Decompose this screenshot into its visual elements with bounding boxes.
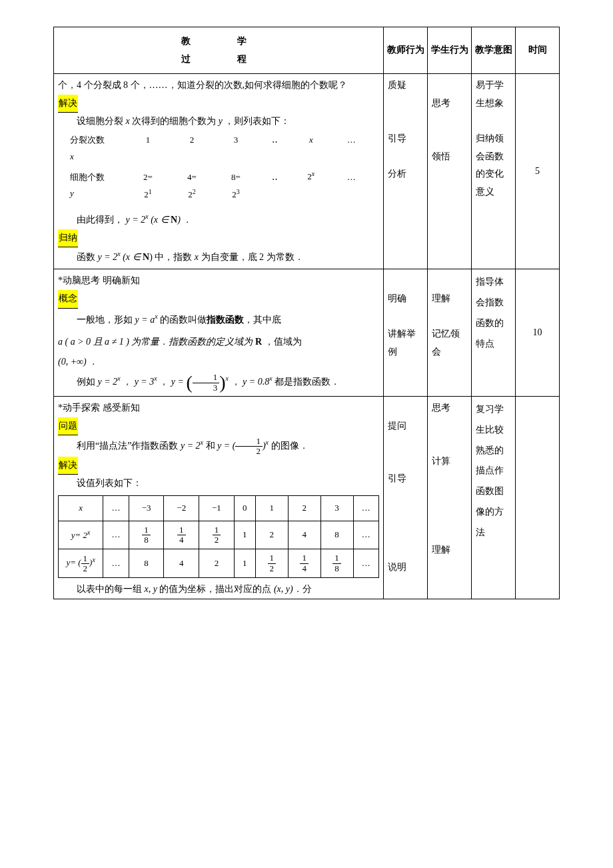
header-teacher: 教师行为	[384, 27, 428, 74]
header-time: 时间	[516, 27, 560, 74]
paragraph: 以表中的每一组 x, y 的值为坐标，描出对应的点 (x, y)．分	[58, 581, 379, 599]
header-row: 教 学 过 程 教师行为 学生行为 教学意图 时间	[54, 27, 560, 74]
process-cell-3: *动手探索 感受新知 问题 利用“描点法”作指数函数 y = 2x 和 y = …	[54, 397, 384, 599]
paragraph: 设细胞分裂 x 次得到的细胞个数为 y ，则列表如下：	[58, 113, 379, 131]
teacher-cell-1: 质疑 引导 分析	[384, 74, 428, 269]
label-solve: 解决	[58, 95, 78, 113]
paragraph: 个，4 个分裂成 8 个，……，知道分裂的次数,如何求得细胞的个数呢？	[58, 77, 379, 95]
process-cell-2: *动脑思考 明确新知 概念 一般地，形如 y = ax 的函数叫做指数函数，其中…	[54, 269, 384, 397]
label-concept: 概念	[58, 290, 78, 309]
teacher-cell-2: 明确 讲解举例	[384, 269, 428, 397]
header-student: 学生行为	[428, 27, 472, 74]
paragraph: 函数 y = 2x (x ∈ N) 中，指数 x 为自变量，底 2 为常数．	[58, 247, 379, 266]
intent-cell-1: 易于学生想象 归纳领会函数的变化意义	[472, 74, 516, 269]
cell-division-table: 分裂次数x 1 2 3 ‥ x … 细胞个数y 2=21 4=22 8=23 ‥…	[67, 131, 372, 205]
paragraph: 利用“描点法”作指数函数 y = 2x 和 y = (12)x 的图像．	[58, 435, 379, 456]
paragraph: 一般地，形如 y = ax 的函数叫做指数函数，其中底	[58, 309, 379, 331]
paragraph: 设值列表如下：	[58, 475, 379, 493]
label-summary: 归纳	[58, 229, 78, 248]
student-cell-1: 思考 领悟	[428, 74, 472, 269]
time-cell-1: 5	[516, 74, 560, 269]
table-row: 个，4 个分裂成 8 个，……，知道分裂的次数,如何求得细胞的个数呢？ 解决 设…	[54, 74, 560, 269]
header-process: 教 学 过 程	[54, 27, 384, 74]
table-row: *动手探索 感受新知 问题 利用“描点法”作指数函数 y = 2x 和 y = …	[54, 397, 560, 599]
label-question: 问题	[58, 417, 78, 436]
process-cell-1: 个，4 个分裂成 8 个，……，知道分裂的次数,如何求得细胞的个数呢？ 解决 设…	[54, 74, 384, 269]
student-cell-3: 思考 计算 理解	[428, 397, 472, 599]
paragraph: 由此得到， y = 2x (x ∈ N) ．	[58, 210, 379, 229]
section-title: *动脑思考 明确新知	[58, 272, 379, 290]
table-row: *动脑思考 明确新知 概念 一般地，形如 y = ax 的函数叫做指数函数，其中…	[54, 269, 560, 397]
paragraph: 例如 y = 2x ， y = 3x ， y = (13)x ， y = 0.8…	[58, 371, 379, 393]
student-cell-2: 理解 记忆领会	[428, 269, 472, 397]
time-cell-2: 10	[516, 269, 560, 397]
paragraph: a ( a > 0 且 a ≠ 1 ) 为常量．指数函数的定义域为 R ，值域为	[58, 331, 379, 353]
document-page: 教 学 过 程 教师行为 学生行为 教学意图 时间 个，4 个分裂成 8 个，……	[53, 27, 560, 599]
time-cell-3	[516, 397, 560, 599]
intent-cell-2: 指导体会指数函数的特点	[472, 269, 516, 397]
paragraph: (0, +∞) ．	[58, 353, 379, 371]
header-intent: 教学意图	[472, 27, 516, 74]
label-solve: 解决	[58, 457, 78, 475]
intent-cell-3: 复习学生比较熟悉的描点作函数图像的方法	[472, 397, 516, 599]
teacher-cell-3: 提问 引导 说明	[384, 397, 428, 599]
value-table: x … −3 −2 −1 0 1 2 3 … y= 2x … 18 14 12	[58, 495, 379, 578]
lesson-plan-table: 教 学 过 程 教师行为 学生行为 教学意图 时间 个，4 个分裂成 8 个，……	[53, 27, 560, 599]
section-title: *动手探索 感受新知	[58, 399, 379, 417]
